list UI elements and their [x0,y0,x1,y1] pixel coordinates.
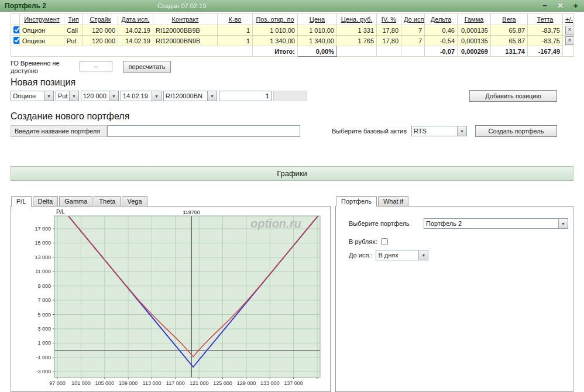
portfolio-title: Портфель 2 [5,2,46,10]
col-header-open-at[interactable]: Поз. откр. по [253,14,298,25]
col-header-instrument[interactable]: Инструмент [20,14,64,25]
cell-price-rub: 1 765 [337,36,377,46]
strike-select[interactable]: 120 000 ▼ [81,91,119,101]
totals-row: Итого: 0,00% -0,07 0,000269 131,74 -167,… [11,46,574,57]
chevron-down-icon: ▼ [418,250,428,260]
svg-text:17 000: 17 000 [35,226,51,232]
col-header-type[interactable]: Тип [64,14,83,25]
base-asset-select[interactable]: RTS ▼ [411,126,467,136]
cell-delta: 0,46 [425,25,458,36]
svg-text:97 000: 97 000 [49,380,66,386]
delete-row-icon[interactable]: × [565,26,574,35]
instrument-select[interactable]: Опцион ▼ [11,91,54,101]
chevron-down-icon: ▼ [109,91,118,101]
minimize-icon[interactable]: − [542,1,547,10]
cell-price: 1 010,00 [298,25,337,36]
days-mode-select[interactable]: В днях ▼ [376,250,428,260]
exp-date-select[interactable]: 14.02.19 ▼ [121,91,162,101]
svg-text:105 000: 105 000 [95,380,115,386]
svg-text:129 000: 129 000 [237,380,256,386]
cell-vega: 65,87 [491,36,528,46]
quantity-input[interactable] [219,91,272,101]
go-value-input[interactable] [80,61,112,71]
portfolio-settings-column: Портфель What if Выберите портфель Портф… [335,195,573,392]
svg-text:13 000: 13 000 [35,255,51,260]
col-header-contract[interactable]: Контракт [153,14,218,25]
cell-qty: 1 [218,36,253,46]
tab-what-if[interactable]: What if [378,196,408,206]
tab-gamma[interactable]: Gamma [59,196,92,206]
col-header-theta[interactable]: Тетта [528,14,563,25]
created-label: Создан 07.02.19 [157,2,206,9]
new-position-row: Опцион ▼ Put ▼ 120 000 ▼ 14.02.19 ▼ RI12… [11,90,573,102]
col-header-price[interactable]: Цена [298,14,337,25]
svg-text:3 000: 3 000 [37,326,51,332]
totals-gamma: 0,000269 [458,46,491,57]
col-header-iv[interactable]: IV, % [377,14,401,25]
recalculate-button[interactable]: пересчитать [123,61,171,73]
cell-price-rub: 1 331 [337,25,377,36]
col-header-strike[interactable]: Страйк [83,14,118,25]
delete-row-icon[interactable]: × [565,36,574,45]
svg-text:125 000: 125 000 [213,380,232,386]
create-portfolio-heading: Создание нового портфеля [11,111,573,122]
rub-label: В рублях: [349,238,377,245]
col-header-days[interactable]: До исп. [401,14,425,25]
contract-select[interactable]: RI120000BN ▼ [163,91,217,101]
cell-type: Call [64,25,83,36]
cell-instrument: Опцион [20,36,64,46]
cell-instrument: Опцион [20,25,64,36]
cell-iv: 17,80 [377,36,401,46]
svg-text:119700: 119700 [183,209,200,215]
cell-delta: -0,54 [425,36,458,46]
cell-qty: 1 [218,25,253,36]
create-portfolio-button[interactable]: Создать портфель [475,125,557,137]
tab-vega[interactable]: Vega [122,196,147,206]
cell-theta: -83,75 [528,25,563,36]
col-header-qty[interactable]: К-во [218,14,253,25]
cell-type: Put [64,36,83,46]
add-portfolio-icon[interactable]: + [573,1,578,11]
col-header-delta[interactable]: Дельта [425,14,458,25]
cell-price: 1 340,00 [298,36,337,46]
titlebar-icons: − ✕ + [542,1,578,11]
row-checkbox[interactable] [13,26,20,33]
base-asset-label: Выберите базовый актив [332,128,407,135]
totals-percent: 0,00% [298,46,337,57]
svg-text:137 000: 137 000 [284,380,303,386]
chart-tabs: P/L Delta Gamma Theta Vega [11,195,331,206]
svg-text:113 000: 113 000 [143,380,162,386]
chevron-down-icon: ▼ [207,91,217,101]
chevron-down-icon: ▼ [44,91,53,101]
col-header-plus-minus: +/- [563,14,574,25]
portfolio-select[interactable]: Портфель 2 ▼ [424,218,568,229]
row-checkbox[interactable] [13,37,20,44]
svg-text:121 000: 121 000 [190,380,209,386]
tab-pl[interactable]: P/L [11,196,32,207]
cell-vega: 65,87 [491,25,528,36]
col-header-gamma[interactable]: Гамма [458,14,491,25]
svg-text:9 000: 9 000 [37,283,51,289]
tab-portfolio[interactable]: Портфель [336,196,377,207]
close-icon[interactable]: ✕ [557,1,564,10]
option-type-select[interactable]: Put ▼ [56,91,79,101]
header-checkbox-col [11,14,20,25]
chevron-down-icon: ▼ [558,219,568,228]
select-portfolio-row: Выберите портфель Портфель 2 ▼ [349,218,568,229]
svg-text:117 000: 117 000 [166,380,185,386]
rub-checkbox[interactable] [381,238,388,245]
svg-text:P/L: P/L [56,209,65,215]
svg-text:5 000: 5 000 [37,312,51,318]
col-header-exp-date[interactable]: Дата исп. [118,14,153,25]
svg-text:-1 000: -1 000 [36,355,51,360]
tab-theta[interactable]: Theta [94,196,121,206]
days-label: До исп.: [349,252,372,259]
portfolio-name-input[interactable] [107,125,300,137]
col-header-price-rub[interactable]: Цена, руб. [337,14,377,25]
add-position-button[interactable]: Добавить позицию [469,90,557,102]
empty-cell [273,91,307,101]
tab-delta[interactable]: Delta [33,196,59,206]
create-portfolio-row: Введите название портфеля Выберите базов… [11,125,573,137]
svg-text:11 000: 11 000 [35,269,51,274]
col-header-vega[interactable]: Вега [491,14,528,25]
